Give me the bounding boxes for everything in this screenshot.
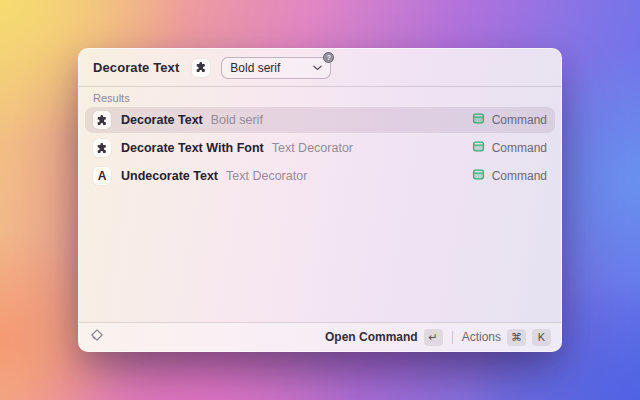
command-title: Decorate Text <box>93 60 179 75</box>
open-command-label: Open Command <box>325 330 418 344</box>
result-accessory: Command <box>472 139 547 157</box>
result-title: Undecorate Text <box>121 169 218 183</box>
return-keycap: ↵ <box>424 329 443 346</box>
result-subtitle: Text Decorator <box>226 169 307 183</box>
result-title: Decorate Text <box>121 113 203 127</box>
accessory-label: Command <box>492 113 547 127</box>
dropdown-value: Bold serif <box>230 61 280 75</box>
results-list: Decorate Text Bold serif Command Decorat… <box>79 107 561 191</box>
command-header: Decorate Text Bold serif ? <box>79 49 561 86</box>
result-subtitle: Text Decorator <box>272 141 353 155</box>
puzzle-icon <box>93 111 111 129</box>
letter-a-icon: A <box>93 167 111 185</box>
result-title: Decorate Text With Font <box>121 141 264 155</box>
command-window-icon <box>472 139 485 157</box>
actions-label: Actions <box>462 330 501 344</box>
result-subtitle: Bold serif <box>211 113 263 127</box>
puzzle-icon <box>195 59 207 77</box>
accessory-label: Command <box>492 141 547 155</box>
help-badge: ? <box>323 52 334 63</box>
result-row-decorate-text-with-font[interactable]: Decorate Text With Font Text Decorator C… <box>85 135 555 161</box>
font-style-dropdown[interactable]: Bold serif ? <box>221 57 331 79</box>
result-accessory: Command <box>472 111 547 129</box>
command-window-icon <box>472 111 485 129</box>
chevron-down-icon <box>313 65 322 71</box>
extension-icon-box <box>192 59 210 77</box>
open-command-button[interactable]: Open Command ↵ <box>325 329 443 346</box>
actions-button[interactable]: Actions ⌘ K <box>462 329 551 346</box>
puzzle-icon <box>93 139 111 157</box>
cmd-keycap: ⌘ <box>507 329 526 346</box>
k-keycap: K <box>532 329 551 346</box>
footer-separator <box>452 331 453 344</box>
result-row-decorate-text[interactable]: Decorate Text Bold serif Command <box>85 107 555 133</box>
raycast-logo-icon <box>89 327 105 347</box>
accessory-label: Command <box>492 169 547 183</box>
result-row-undecorate-text[interactable]: A Undecorate Text Text Decorator Command <box>85 163 555 189</box>
results-section-label: Results <box>79 87 561 107</box>
result-accessory: Command <box>472 167 547 185</box>
command-window-icon <box>472 167 485 185</box>
launcher-window: Decorate Text Bold serif ? Results Decor… <box>78 48 562 352</box>
action-bar: Open Command ↵ Actions ⌘ K <box>79 322 561 351</box>
